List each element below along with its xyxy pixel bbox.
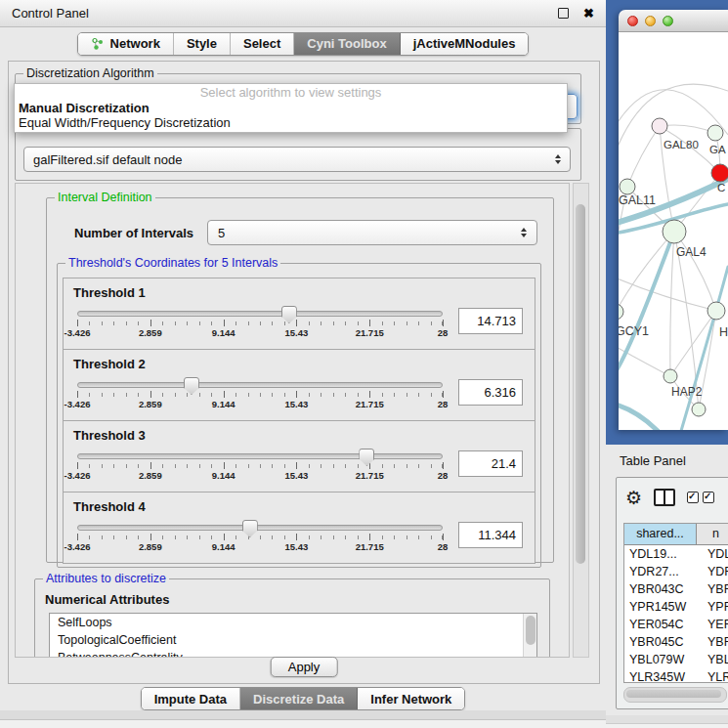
cell-shared-name[interactable]: YER054C (624, 616, 702, 633)
cell-name[interactable]: YDL1 (702, 545, 728, 563)
column-header-shared[interactable]: shared... (624, 524, 697, 544)
slider-tick-label: 9.144 (212, 541, 236, 552)
gear-icon[interactable]: ⚙ (625, 489, 642, 507)
network-node[interactable] (707, 302, 725, 320)
network-node[interactable] (663, 220, 686, 243)
cell-name[interactable]: YBR0 (702, 633, 728, 651)
network-edge[interactable] (627, 126, 660, 187)
algorithm-dropdown-popup: Select algorithm to view settings Manual… (14, 83, 568, 133)
threshold-value-field[interactable]: 11.344 (458, 522, 523, 548)
table-horizontal-scrollbar[interactable] (623, 687, 727, 703)
network-canvas[interactable]: GAL80GACGAL11GAL4GCY1HHAP2 (619, 32, 728, 430)
cell-name[interactable]: YDR2 (702, 563, 728, 580)
tab-style[interactable]: Style (174, 33, 231, 55)
tab-discretize-data[interactable]: Discretize Data (240, 688, 358, 709)
number-of-intervals-spinner[interactable]: 5 (207, 220, 537, 245)
network-node[interactable] (652, 118, 667, 134)
cell-shared-name[interactable]: YLR345W (624, 668, 702, 683)
threshold-value-field[interactable]: 6.316 (458, 379, 523, 406)
table-row[interactable]: YBL079WYBL0 (624, 651, 728, 668)
dropdown-prompt: Select algorithm to view settings (15, 85, 567, 101)
tab-jactivemnodules[interactable]: jActiveMNodules (401, 33, 529, 55)
threshold-slider[interactable]: -3.4262.8599.14415.4321.71528 (77, 305, 443, 340)
cell-shared-name[interactable]: YBR045C (624, 633, 702, 651)
network-edge[interactable] (670, 232, 674, 376)
slider-major-tick (369, 534, 370, 540)
table-row[interactable]: YLR345WYLR3 (624, 668, 728, 683)
cell-name[interactable]: YER0 (702, 616, 728, 633)
table-row[interactable]: YER054CYER0 (624, 616, 728, 633)
list-scrollbar[interactable] (523, 614, 536, 658)
zoom-traffic-light[interactable] (663, 16, 673, 26)
slider-major-tick (296, 320, 297, 326)
table-row[interactable]: YDR27...YDR2 (624, 563, 728, 580)
list-item[interactable]: TopologicalCoefficient (50, 631, 536, 649)
network-node[interactable] (711, 164, 728, 182)
network-edge[interactable] (674, 232, 716, 311)
dropdown-option-equal-width[interactable]: Equal Width/Frequency Discretization (15, 115, 567, 130)
list-item[interactable]: SelfLoops (50, 614, 536, 631)
threshold-slider[interactable]: -3.4262.8599.14415.4321.71528 (77, 519, 443, 554)
cell-shared-name[interactable]: YPR145W (624, 598, 702, 616)
dropdown-option-manual-discretization[interactable]: Manual Discretization (15, 101, 567, 115)
cell-name[interactable]: YBR0 (702, 580, 728, 598)
apply-button[interactable]: Apply (271, 657, 338, 677)
slider-tick-label: -3.426 (64, 541, 91, 552)
threshold-slider[interactable]: -3.4262.8599.14415.4321.71528 (77, 448, 443, 483)
combobox-arrows-icon (555, 154, 561, 164)
slider-track[interactable] (77, 525, 443, 531)
scrollbar-thumb[interactable] (626, 690, 721, 698)
slider-minor-ticks (77, 393, 443, 397)
network-edge[interactable] (660, 125, 715, 133)
cell-shared-name[interactable]: YBL079W (624, 651, 702, 668)
close-traffic-light[interactable] (627, 16, 638, 26)
threshold-slider[interactable]: -3.4262.8599.14415.4321.71528 (77, 376, 443, 411)
cell-shared-name[interactable]: YDL19... (624, 545, 702, 563)
slider-track[interactable] (77, 382, 443, 388)
network-edge-thick[interactable] (619, 404, 658, 430)
settings-vertical-scrollbar[interactable] (573, 183, 589, 658)
threshold-value-field[interactable]: 14.713 (458, 308, 523, 334)
bottom-strip (0, 720, 606, 728)
network-edge-thick[interactable] (619, 232, 674, 376)
network-node[interactable] (707, 125, 723, 141)
tab-select[interactable]: Select (231, 33, 294, 55)
slider-track[interactable] (77, 311, 443, 317)
slider-tick-label: 15.43 (285, 399, 309, 409)
number-of-intervals-label: Number of Intervals (74, 226, 193, 240)
network-node[interactable] (664, 369, 677, 383)
network-edge[interactable] (619, 277, 716, 311)
tab-network[interactable]: Network (78, 33, 174, 55)
cell-name[interactable]: YPR1 (702, 598, 728, 616)
close-icon[interactable]: ✖ (583, 6, 594, 21)
table-row[interactable]: YBR043CYBR0 (624, 580, 728, 598)
table-row[interactable]: YDL19...YDL1 (624, 545, 728, 563)
slider-track[interactable] (77, 453, 443, 459)
cell-shared-name[interactable]: YBR043C (624, 580, 702, 598)
column-header-name[interactable]: n (697, 524, 728, 544)
float-panel-icon[interactable] (558, 8, 569, 19)
table-row[interactable]: YPR145WYPR1 (624, 598, 728, 616)
table-data-combobox[interactable]: galFiltered.sif default node (23, 147, 571, 172)
network-edge[interactable] (670, 311, 716, 376)
tab-infer-network[interactable]: Infer Network (358, 688, 464, 709)
cell-name[interactable]: YBL0 (702, 651, 728, 668)
threshold-value-field[interactable]: 21.4 (458, 450, 523, 477)
checkbox-checked-icon[interactable] (687, 492, 699, 503)
node-label: GAL80 (664, 139, 699, 150)
slider-major-tick (77, 534, 78, 540)
tab-impute-data[interactable]: Impute Data (142, 688, 240, 709)
cell-shared-name[interactable]: YDR27... (624, 563, 702, 580)
slider-tick-label: 15.43 (285, 327, 309, 338)
cell-name[interactable]: YLR3 (702, 668, 728, 683)
split-table-icon[interactable] (654, 489, 675, 506)
network-node[interactable] (692, 403, 706, 416)
tab-cyni-toolbox[interactable]: Cyni Toolbox (294, 33, 400, 55)
minimize-traffic-light[interactable] (645, 16, 656, 26)
scrollbar-thumb[interactable] (576, 204, 585, 564)
checkbox-checked-icon[interactable] (703, 492, 714, 503)
network-node[interactable] (620, 179, 635, 194)
threshold-label: Threshold 4 (73, 499, 535, 514)
table-row[interactable]: YBR045CYBR0 (624, 633, 728, 651)
network-node[interactable] (619, 304, 623, 320)
